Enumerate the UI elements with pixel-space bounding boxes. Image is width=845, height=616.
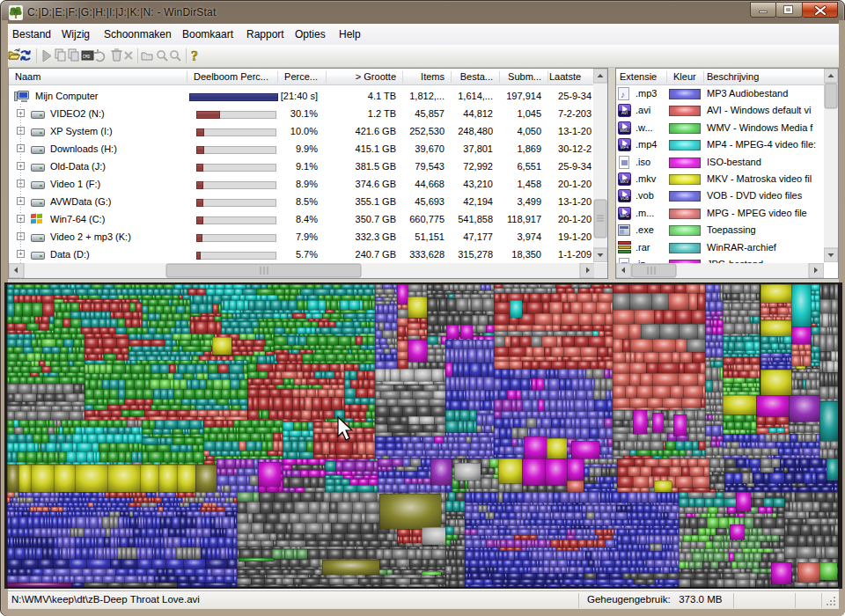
svg-text:?: ? xyxy=(191,48,198,63)
svg-text:CMD: CMD xyxy=(83,55,90,59)
